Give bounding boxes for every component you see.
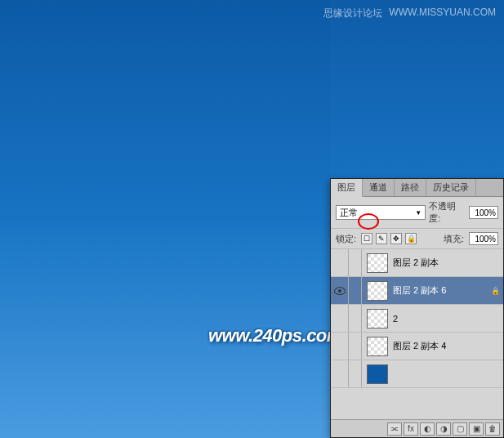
visibility-toggle[interactable] bbox=[331, 249, 349, 276]
layer-name: 图层 2 副本 4 bbox=[393, 340, 503, 352]
watermark-center: www.240ps.com bbox=[208, 325, 342, 346]
link-col bbox=[349, 277, 362, 304]
lock-label: 锁定: bbox=[336, 233, 356, 245]
blend-opacity-row: 正常 ▼ 不透明度: bbox=[331, 197, 503, 229]
visibility-toggle[interactable] bbox=[331, 360, 349, 387]
aurora-graphic bbox=[0, 0, 330, 438]
lock-icons: ☐ ✎ ✥ 🔒 bbox=[361, 233, 417, 244]
visibility-toggle[interactable] bbox=[331, 333, 349, 360]
layer-row[interactable]: 2 bbox=[331, 305, 503, 333]
link-layers-icon[interactable]: ⫘ bbox=[387, 422, 402, 436]
lock-transparency-icon[interactable]: ☐ bbox=[361, 233, 372, 244]
layer-row[interactable]: 图层 2 副本 bbox=[331, 249, 503, 277]
panel-footer: ⫘ fx ◐ ◑ ▢ ▣ 🗑 bbox=[331, 419, 503, 437]
layer-thumbnail bbox=[367, 364, 388, 384]
tab-paths[interactable]: 路径 bbox=[395, 179, 426, 196]
layers-panel: 图层 通道 路径 历史记录 正常 ▼ 不透明度: 锁定: ☐ ✎ ✥ 🔒 填充:… bbox=[330, 178, 504, 438]
layer-name: 图层 2 副本 bbox=[393, 257, 503, 269]
opacity-input[interactable] bbox=[469, 206, 498, 219]
fill-input[interactable] bbox=[469, 232, 498, 245]
layer-name: 图层 2 副本 6 bbox=[393, 284, 491, 297]
layer-row[interactable] bbox=[331, 360, 503, 388]
lock-all-icon[interactable]: 🔒 bbox=[405, 233, 417, 244]
new-layer-icon[interactable]: ▣ bbox=[469, 422, 484, 436]
tab-history[interactable]: 历史记录 bbox=[426, 179, 476, 196]
layer-row[interactable]: 图层 2 副本 6 🔒 bbox=[331, 277, 503, 305]
visibility-toggle[interactable] bbox=[331, 305, 349, 332]
link-col bbox=[349, 249, 362, 276]
canvas-area bbox=[0, 0, 330, 438]
lock-indicator-icon: 🔒 bbox=[491, 287, 500, 295]
tab-layers[interactable]: 图层 bbox=[331, 179, 363, 197]
chevron-down-icon: ▼ bbox=[415, 209, 421, 217]
layer-name: 2 bbox=[393, 314, 503, 324]
blend-mode-value: 正常 bbox=[340, 207, 358, 219]
link-col bbox=[349, 333, 362, 360]
blend-mode-select[interactable]: 正常 ▼ bbox=[336, 205, 426, 220]
layer-row[interactable]: 图层 2 副本 4 bbox=[331, 333, 503, 360]
link-col bbox=[349, 360, 362, 387]
adjustment-layer-icon[interactable]: ◑ bbox=[436, 422, 451, 436]
eye-icon bbox=[334, 287, 346, 295]
fill-label: 填充: bbox=[444, 233, 464, 245]
panel-tabs: 图层 通道 路径 历史记录 bbox=[331, 179, 503, 197]
lock-move-icon[interactable]: ✥ bbox=[390, 233, 402, 244]
layer-thumbnail bbox=[367, 309, 388, 328]
watermark-top: 思缘设计论坛 WWW.MISSYUAN.COM bbox=[323, 7, 496, 20]
layer-list: 图层 2 副本 图层 2 副本 6 🔒 2 图层 2 副本 4 bbox=[331, 249, 503, 388]
layer-thumbnail bbox=[367, 281, 388, 301]
layer-style-icon[interactable]: fx bbox=[404, 422, 418, 436]
delete-layer-icon[interactable]: 🗑 bbox=[485, 422, 500, 436]
new-group-icon[interactable]: ▢ bbox=[453, 422, 467, 436]
lock-row: 锁定: ☐ ✎ ✥ 🔒 填充: bbox=[331, 229, 503, 249]
layer-thumbnail bbox=[367, 337, 388, 356]
link-col bbox=[349, 305, 362, 332]
tab-channels[interactable]: 通道 bbox=[363, 179, 395, 196]
site-name: 思缘设计论坛 bbox=[323, 7, 382, 20]
site-url: WWW.MISSYUAN.COM bbox=[389, 7, 496, 20]
lock-brush-icon[interactable]: ✎ bbox=[376, 233, 387, 244]
layer-mask-icon[interactable]: ◐ bbox=[420, 422, 435, 436]
visibility-toggle[interactable] bbox=[331, 277, 349, 304]
opacity-label: 不透明度: bbox=[429, 200, 466, 225]
layer-thumbnail bbox=[367, 253, 388, 273]
